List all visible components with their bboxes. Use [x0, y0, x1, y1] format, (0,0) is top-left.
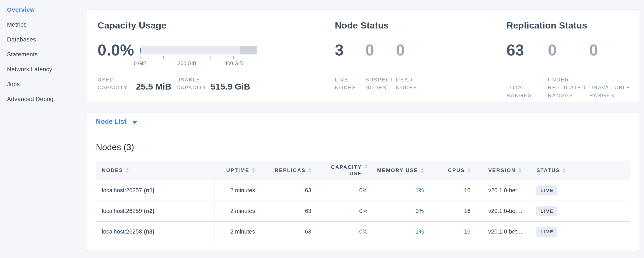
column-label: CPUS: [448, 167, 465, 173]
node-id: (n3): [144, 228, 154, 235]
live-nodes-count: 3: [335, 40, 366, 60]
column-header-replicas[interactable]: REPLICAS: [260, 161, 316, 180]
unavailable-ranges-label: UNAVAILABLE RANGES: [589, 84, 631, 99]
axis-tick: [210, 56, 210, 59]
sidebar-item-overview[interactable]: Overview: [7, 5, 86, 15]
dead-nodes-count: 0: [396, 40, 426, 60]
node-id: (n1): [144, 187, 154, 194]
cluster-summary-card: Capacity Usage 0.0% 0 GiB 200 GiB 400 Gi…: [86, 9, 639, 102]
node-list-card: Node List Nodes (3) NODES UPTIME REPLICA…: [86, 112, 639, 251]
sort-icon: [562, 168, 566, 173]
node-address: localhost:26257: [102, 187, 142, 194]
column-header-capacity-use[interactable]: CAPACITY USE: [316, 161, 373, 180]
memory-use-cell: 0%: [373, 201, 429, 221]
node-address-cell: localhost:26257(n1): [96, 180, 215, 201]
column-label: STATUS: [536, 167, 560, 173]
sort-icon: [421, 168, 424, 173]
node-address: localhost:26259: [102, 208, 142, 214]
column-label: MEMORY USE: [377, 167, 418, 173]
under-replicated-ranges-label: UNDER-REPLICATED RANGES: [548, 76, 590, 99]
status-cell: LIVE: [524, 201, 630, 221]
status-cell: LIVE: [524, 180, 630, 201]
table-row-node-3[interactable]: localhost:26258(n3) 2 minutes 63 0% 1% 1…: [96, 221, 630, 242]
under-replicated-ranges-count: 0: [548, 40, 589, 60]
column-label: NODES: [102, 167, 123, 173]
node-status-section: Node Status 3 0 0 LIVE NODES SUSPECT NOD…: [335, 10, 496, 102]
memory-use-cell: 1%: [373, 180, 429, 201]
status-badge: LIVE: [536, 185, 557, 195]
sort-icon: [518, 168, 521, 173]
node-address: localhost:26258: [102, 228, 142, 235]
node-list-view-selector[interactable]: Node List: [87, 112, 639, 131]
axis-tick: [164, 56, 164, 59]
column-header-nodes[interactable]: NODES: [96, 161, 215, 180]
column-label: VERSION: [488, 167, 516, 173]
used-capacity-label: USED CAPACITY: [98, 76, 128, 91]
capacity-use-cell: 0%: [316, 201, 373, 221]
version-cell: v20.1.0-bet…: [476, 180, 524, 201]
axis-label-0: 0 GiB: [134, 60, 146, 66]
column-label: CAPACITY USE: [328, 164, 362, 177]
status-badge: LIVE: [536, 227, 557, 237]
sidebar-item-metrics[interactable]: Metrics: [7, 20, 86, 29]
capacity-bar-reserved-segment: [240, 46, 257, 54]
suspect-nodes-count: 0: [366, 40, 396, 60]
replication-status-title: Replication Status: [506, 20, 587, 31]
capacity-bar-used-indicator: [140, 48, 141, 53]
sidebar-item-network-latency[interactable]: Network Latency: [7, 65, 86, 74]
column-header-status[interactable]: STATUS: [524, 161, 630, 180]
memory-use-cell: 1%: [373, 221, 429, 242]
capacity-use-cell: 0%: [316, 180, 373, 201]
axis-label-200: 200 GiB: [178, 60, 196, 66]
node-status-title: Node Status: [335, 20, 389, 31]
unavailable-ranges-count: 0: [589, 40, 631, 60]
dead-nodes-label: DEAD NODES: [396, 76, 426, 91]
sidebar: Overview Metrics Databases Statements Ne…: [0, 0, 86, 109]
usable-capacity-value: 515.9 GiB: [210, 82, 250, 91]
axis-tick: [187, 56, 187, 59]
axis-tick: [234, 56, 234, 59]
capacity-usage-title: Capacity Usage: [98, 20, 166, 31]
node-id: (n2): [144, 208, 154, 214]
sort-icon: [364, 164, 368, 169]
node-address-cell: localhost:26259(n2): [96, 201, 215, 221]
table-row-node-2[interactable]: localhost:26259(n2) 2 minutes 63 0% 0% 1…: [96, 201, 630, 221]
column-header-cpus[interactable]: CPUS: [429, 161, 476, 180]
uptime-cell: 2 minutes: [215, 221, 260, 242]
version-cell: v20.1.0-bet…: [476, 221, 524, 242]
axis-tick: [140, 56, 140, 59]
column-header-memory-use[interactable]: MEMORY USE: [373, 161, 429, 180]
node-list-selector-label: Node List: [96, 118, 126, 125]
replicas-cell: 63: [260, 201, 316, 221]
total-ranges-count: 63: [506, 40, 548, 60]
table-row-node-1[interactable]: localhost:26257(n1) 2 minutes 63 0% 1% 1…: [96, 180, 630, 201]
cpus-cell: 16: [429, 221, 476, 242]
sort-icon: [252, 168, 255, 173]
sidebar-item-advanced-debug[interactable]: Advanced Debug: [7, 94, 86, 104]
suspect-nodes-label: SUSPECT NODES: [366, 76, 396, 91]
sort-icon: [308, 168, 311, 173]
cpus-cell: 16: [429, 180, 476, 201]
status-cell: LIVE: [524, 221, 630, 242]
column-header-version[interactable]: VERSION: [476, 161, 524, 180]
axis-tick: [257, 56, 258, 59]
capacity-usage-section: Capacity Usage 0.0% 0 GiB 200 GiB 400 Gi…: [98, 10, 338, 102]
node-address-cell: localhost:26258(n3): [96, 221, 215, 242]
usable-capacity-label: USABLE CAPACITY: [176, 76, 207, 91]
cpus-cell: 16: [429, 201, 476, 221]
capacity-bar-track: [140, 46, 257, 54]
sidebar-item-jobs[interactable]: Jobs: [7, 80, 86, 89]
nodes-table: NODES UPTIME REPLICAS CAPACITY USE: [96, 161, 630, 242]
uptime-cell: 2 minutes: [215, 201, 260, 221]
replication-status-section: Replication Status 63 0 0 TOTAL RANGES U…: [506, 10, 638, 102]
chevron-down-icon: [132, 121, 137, 124]
axis-label-400: 400 GiB: [224, 60, 243, 66]
live-nodes-label: LIVE NODES: [335, 76, 365, 91]
sort-icon: [126, 168, 129, 173]
sort-icon: [468, 168, 470, 173]
column-header-uptime[interactable]: UPTIME: [215, 161, 260, 180]
capacity-used-percent: 0.0%: [98, 40, 134, 74]
sidebar-item-statements[interactable]: Statements: [7, 50, 86, 59]
replicas-cell: 63: [260, 180, 316, 201]
sidebar-item-databases[interactable]: Databases: [7, 35, 86, 44]
